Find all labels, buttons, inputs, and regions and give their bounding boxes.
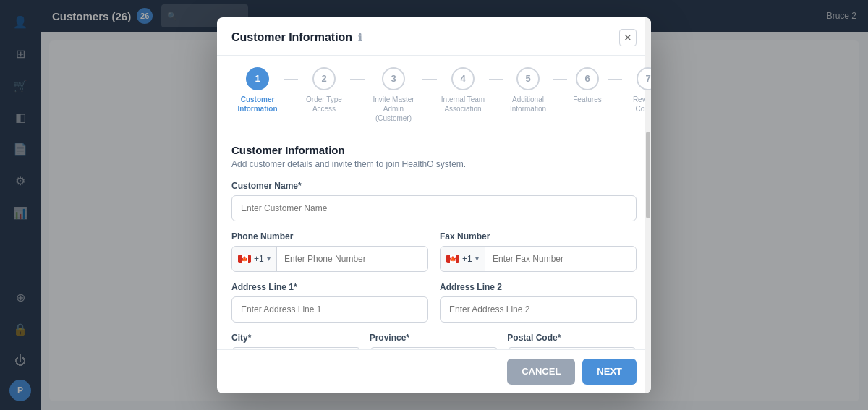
phone-input-group: +1 ▾ (231, 246, 428, 272)
fax-prefix-chevron-icon: ▾ (475, 255, 479, 262)
step-7-circle: 7 (637, 67, 651, 90)
modal-title-text: Customer Information (231, 31, 352, 44)
address-line2-input[interactable] (440, 296, 637, 323)
section-subtitle: Add customer details and invite them to … (231, 159, 637, 169)
fax-number-label: Fax Number (440, 231, 637, 242)
fax-country-code: +1 (462, 254, 472, 264)
connector-4-5 (489, 79, 503, 80)
phone-prefix-chevron-icon: ▾ (267, 255, 271, 262)
province-label: Province* (370, 333, 499, 343)
address-line1-input[interactable] (231, 296, 428, 323)
step-3-label: Invite MasterAdmin (Customer) (368, 95, 419, 123)
step-1-label: CustomerInformation (238, 95, 278, 114)
fax-prefix-selector[interactable]: +1 ▾ (441, 247, 485, 271)
province-group: Province* (370, 333, 499, 349)
scrollbar-thumb (646, 132, 650, 218)
customer-name-group: Customer Name* (231, 181, 637, 221)
fax-number-input[interactable] (485, 247, 636, 271)
address-line2-label: Address Line 2 (440, 282, 637, 292)
phone-number-input[interactable] (277, 247, 427, 271)
step-5-label: AdditionalInformation (510, 95, 546, 114)
section-title: Customer Information (231, 144, 637, 156)
phone-number-label: Phone Number (231, 231, 428, 242)
step-2-circle: 2 (312, 67, 336, 90)
fax-input-group: +1 ▾ (440, 246, 637, 272)
cancel-button[interactable]: CANCEL (507, 359, 575, 385)
phone-fax-row: Phone Number +1 ▾ Fax Number (231, 231, 637, 272)
step-2-label: Order Type Access (299, 95, 349, 114)
address-line2-group: Address Line 2 (440, 282, 637, 323)
modal-overlay: Customer Information ℹ ✕ 1 CustomerInfor… (0, 0, 868, 410)
step-4-circle: 4 (451, 67, 475, 90)
step-6-circle: 6 (576, 67, 599, 90)
city-province-postal-row: City* Province* Postal Code* (231, 333, 637, 349)
stepper: 1 CustomerInformation 2 Order Type Acces… (217, 56, 651, 132)
phone-country-code: +1 (254, 254, 264, 264)
canada-flag-icon (238, 255, 251, 263)
connector-6-7 (608, 79, 622, 80)
step-5-circle: 5 (516, 67, 540, 90)
address-row: Address Line 1* Address Line 2 (231, 282, 637, 323)
connector-3-4 (422, 79, 437, 80)
customer-information-modal: Customer Information ℹ ✕ 1 CustomerInfor… (217, 17, 651, 393)
step-1-circle: 1 (246, 67, 269, 90)
city-group: City* (231, 333, 361, 349)
customer-name-label: Customer Name* (231, 181, 637, 191)
address-line1-label: Address Line 1* (231, 282, 428, 292)
fax-group: Fax Number +1 ▾ (440, 231, 637, 272)
connector-1-2 (284, 79, 298, 80)
next-button[interactable]: NEXT (582, 359, 637, 385)
step-6-label: Features (573, 95, 601, 104)
info-icon: ℹ (358, 32, 362, 43)
step-4-label: Internal TeamAssociation (441, 95, 485, 114)
phone-group: Phone Number +1 ▾ (231, 231, 428, 272)
close-button[interactable]: ✕ (619, 29, 637, 46)
postal-code-label: Postal Code* (507, 333, 637, 343)
postal-code-group: Postal Code* (507, 333, 637, 349)
connector-5-6 (553, 79, 567, 80)
city-label: City* (231, 333, 361, 343)
modal-body: Customer Information Add customer detail… (217, 132, 651, 349)
step-3-circle: 3 (382, 67, 405, 90)
modal-title: Customer Information ℹ (231, 31, 362, 44)
fax-canada-flag-icon (446, 255, 459, 263)
address-line1-group: Address Line 1* (231, 282, 428, 323)
modal-footer: CANCEL NEXT (217, 349, 651, 393)
phone-prefix-selector[interactable]: +1 ▾ (232, 247, 277, 271)
connector-2-3 (350, 79, 365, 80)
modal-header: Customer Information ℹ ✕ (217, 17, 651, 56)
customer-name-input[interactable] (231, 195, 637, 221)
